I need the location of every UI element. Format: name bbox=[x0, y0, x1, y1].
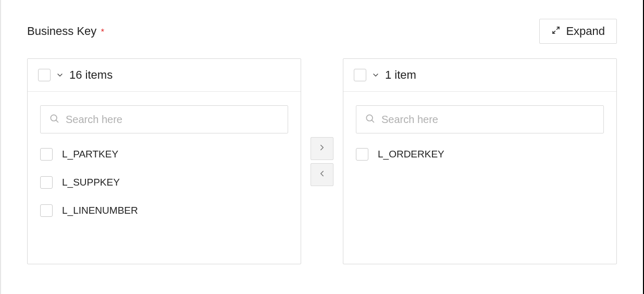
chevron-down-icon[interactable] bbox=[371, 71, 380, 79]
item-label: L_LINENUMBER bbox=[62, 205, 138, 216]
item-checkbox[interactable] bbox=[40, 148, 53, 161]
item-checkbox[interactable] bbox=[356, 148, 368, 161]
chevron-right-icon bbox=[317, 143, 327, 154]
move-left-button[interactable] bbox=[311, 163, 333, 186]
field-label: Business Key * bbox=[27, 24, 104, 38]
selected-count-label: 1 item bbox=[385, 68, 416, 82]
business-key-label: Business Key bbox=[27, 24, 96, 38]
available-item-list: L_PARTKEY L_SUPPKEY L_LINENUMBER bbox=[40, 148, 288, 217]
svg-line-5 bbox=[371, 120, 374, 122]
item-checkbox[interactable] bbox=[40, 176, 53, 189]
list-item[interactable]: L_LINENUMBER bbox=[40, 204, 288, 217]
list-item[interactable]: L_PARTKEY bbox=[40, 148, 288, 161]
available-search-box[interactable] bbox=[40, 105, 288, 133]
available-count-label: 16 items bbox=[69, 68, 113, 82]
list-item[interactable]: L_SUPPKEY bbox=[40, 176, 288, 189]
required-indicator: * bbox=[101, 28, 104, 36]
selected-search-box[interactable] bbox=[356, 105, 604, 133]
select-all-available-checkbox[interactable] bbox=[38, 69, 51, 81]
chevron-left-icon bbox=[317, 169, 327, 180]
available-panel: 16 items L_PARTKEY L_SUPP bbox=[27, 58, 301, 264]
move-right-button[interactable] bbox=[311, 137, 333, 160]
item-label: L_ORDERKEY bbox=[378, 149, 444, 160]
search-icon bbox=[49, 113, 59, 126]
expand-label: Expand bbox=[566, 24, 605, 38]
selected-item-list: L_ORDERKEY bbox=[356, 148, 604, 161]
transfer-buttons bbox=[311, 137, 333, 186]
list-item[interactable]: L_ORDERKEY bbox=[356, 148, 604, 161]
expand-button[interactable]: Expand bbox=[539, 19, 617, 44]
item-checkbox[interactable] bbox=[40, 204, 53, 217]
selected-panel-header: 1 item bbox=[343, 59, 616, 92]
available-search-input[interactable] bbox=[66, 114, 279, 126]
transfer-container: 16 items L_PARTKEY L_SUPP bbox=[27, 58, 617, 264]
svg-line-3 bbox=[56, 120, 58, 122]
chevron-down-icon[interactable] bbox=[56, 71, 64, 79]
item-label: L_SUPPKEY bbox=[62, 177, 120, 188]
selected-search-input[interactable] bbox=[381, 114, 595, 126]
expand-icon bbox=[551, 24, 561, 38]
item-label: L_PARTKEY bbox=[62, 149, 118, 160]
available-panel-header: 16 items bbox=[28, 59, 301, 92]
select-all-selected-checkbox[interactable] bbox=[354, 69, 366, 81]
search-icon bbox=[365, 113, 375, 126]
selected-panel: 1 item L_ORDERKEY bbox=[343, 58, 617, 264]
